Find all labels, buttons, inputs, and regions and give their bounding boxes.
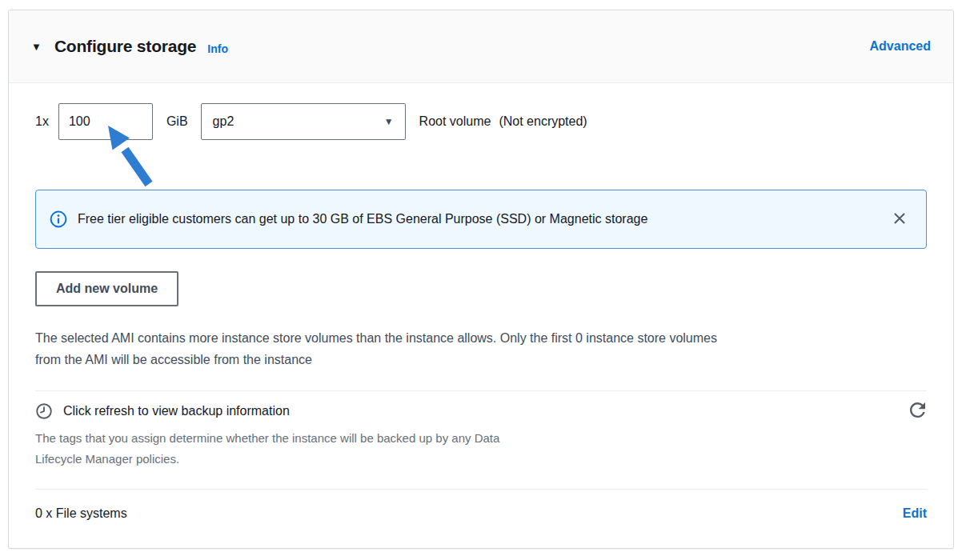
info-link[interactable]: Info (207, 42, 228, 55)
backup-description-line2: Lifecycle Manager policies. (35, 452, 179, 466)
ami-notice-text: The selected AMI contains more instance … (35, 327, 927, 370)
collapse-caret-icon[interactable]: ▼ (31, 42, 42, 52)
volume-size-input[interactable] (58, 103, 153, 140)
alert-message: Free tier eligible customers can get up … (78, 212, 886, 226)
backup-description-line1: The tags that you assign determine wheth… (35, 431, 499, 445)
section-title: Configure storage (54, 37, 196, 56)
section-divider (35, 489, 927, 490)
advanced-link[interactable]: Advanced (870, 39, 931, 54)
section-divider (35, 390, 927, 391)
volume-unit-label: GiB (166, 114, 188, 129)
backup-title: Click refresh to view backup information (63, 404, 290, 418)
refresh-button[interactable] (908, 401, 927, 422)
chevron-down-icon: ▼ (384, 116, 394, 127)
add-new-volume-button[interactable]: Add new volume (35, 271, 178, 306)
panel-header: ▼ Configure storage Info Advanced (9, 10, 953, 83)
free-tier-alert: Free tier eligible customers can get up … (35, 190, 927, 249)
file-systems-summary: 0 x File systems (35, 506, 127, 521)
edit-link[interactable]: Edit (903, 506, 927, 521)
volume-type-select[interactable]: gp2 ▼ (201, 103, 406, 140)
volume-count-label: 1x (35, 114, 49, 129)
ami-notice-line2: from the AMI will be accessible from the… (35, 353, 312, 366)
close-icon (892, 211, 907, 228)
backup-description: The tags that you assign determine wheth… (35, 428, 927, 470)
root-volume-row: 1x GiB gp2 ▼ Root volume (Not encrypted) (35, 103, 927, 140)
volume-type-value: gp2 (213, 114, 234, 129)
root-volume-label: Root volume (419, 114, 491, 129)
alert-close-button[interactable] (886, 208, 913, 231)
file-systems-row: 0 x File systems Edit (35, 506, 927, 521)
configure-storage-panel: ▼ Configure storage Info Advanced 1x GiB… (8, 10, 954, 549)
ami-notice-line1: The selected AMI contains more instance … (35, 331, 717, 345)
clock-icon (35, 402, 53, 420)
info-circle-icon (50, 210, 67, 228)
refresh-icon (910, 402, 925, 420)
backup-header: Click refresh to view backup information (35, 401, 927, 422)
encryption-status-label: (Not encrypted) (499, 114, 587, 129)
panel-body: 1x GiB gp2 ▼ Root volume (Not encrypted)… (9, 103, 953, 521)
